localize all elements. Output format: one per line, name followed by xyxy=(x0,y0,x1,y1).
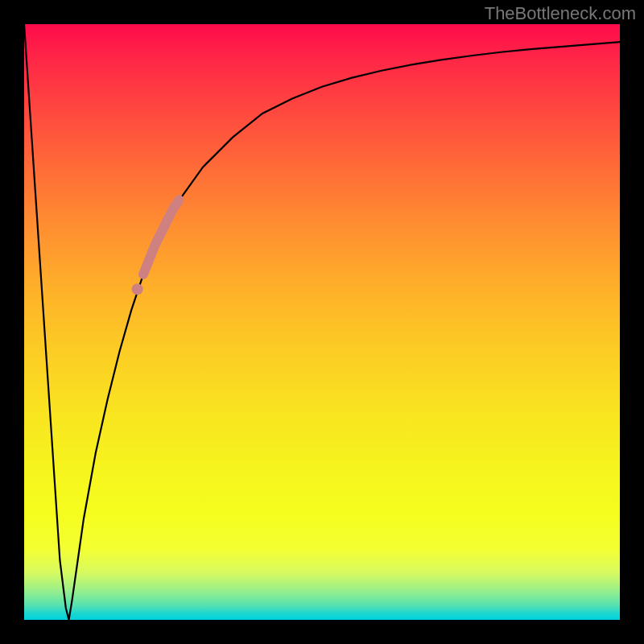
watermark-text: TheBottleneck.com xyxy=(485,3,636,24)
highlight-dot xyxy=(132,283,143,295)
highlight-segment-path xyxy=(143,200,179,274)
chart-plot-area xyxy=(24,24,620,620)
bottleneck-curve-path xyxy=(24,24,620,620)
chart-svg xyxy=(24,24,620,620)
